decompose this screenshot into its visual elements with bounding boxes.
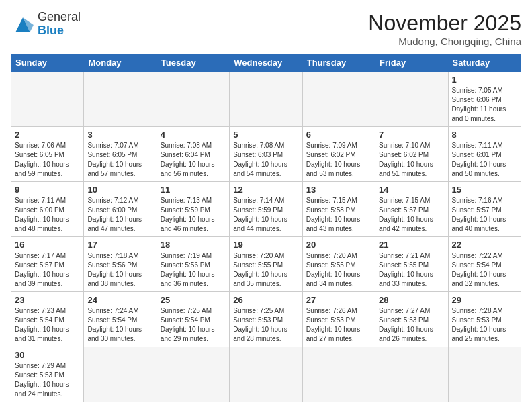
calendar-cell <box>230 347 302 402</box>
logo: General Blue <box>11 11 81 38</box>
calendar-week-row: 23Sunrise: 7:23 AMSunset: 5:54 PMDayligh… <box>11 292 521 347</box>
day-info: Sunrise: 7:15 AMSunset: 5:58 PMDaylight:… <box>306 196 371 234</box>
weekday-header: Friday <box>375 54 448 72</box>
day-number: 19 <box>233 240 298 250</box>
calendar-cell <box>448 347 521 402</box>
day-info: Sunrise: 7:16 AMSunset: 5:57 PMDaylight:… <box>452 196 517 234</box>
day-number: 23 <box>15 295 80 305</box>
calendar-cell: 5Sunrise: 7:08 AMSunset: 6:03 PMDaylight… <box>230 127 302 182</box>
day-info: Sunrise: 7:24 AMSunset: 5:54 PMDaylight:… <box>87 306 152 344</box>
calendar-cell: 10Sunrise: 7:12 AMSunset: 6:00 PMDayligh… <box>84 182 157 237</box>
calendar-cell: 16Sunrise: 7:17 AMSunset: 5:57 PMDayligh… <box>11 237 84 292</box>
day-number: 12 <box>233 185 298 195</box>
day-info: Sunrise: 7:27 AMSunset: 5:53 PMDaylight:… <box>379 306 444 344</box>
calendar-cell: 17Sunrise: 7:18 AMSunset: 5:56 PMDayligh… <box>84 237 157 292</box>
day-info: Sunrise: 7:25 AMSunset: 5:54 PMDaylight:… <box>161 306 226 344</box>
day-info: Sunrise: 7:28 AMSunset: 5:53 PMDaylight:… <box>452 306 517 344</box>
calendar-cell <box>157 72 229 127</box>
calendar-cell <box>84 347 157 402</box>
day-number: 7 <box>379 130 444 140</box>
day-info: Sunrise: 7:05 AMSunset: 6:06 PMDaylight:… <box>452 86 517 124</box>
calendar-cell: 14Sunrise: 7:15 AMSunset: 5:57 PMDayligh… <box>375 182 448 237</box>
day-info: Sunrise: 7:20 AMSunset: 5:55 PMDaylight:… <box>233 251 298 289</box>
calendar-week-row: 30Sunrise: 7:29 AMSunset: 5:53 PMDayligh… <box>11 347 521 402</box>
calendar-cell: 8Sunrise: 7:11 AMSunset: 6:01 PMDaylight… <box>448 127 521 182</box>
day-number: 20 <box>306 240 371 250</box>
day-number: 3 <box>87 130 152 140</box>
day-info: Sunrise: 7:06 AMSunset: 6:05 PMDaylight:… <box>15 141 80 179</box>
day-info: Sunrise: 7:08 AMSunset: 6:04 PMDaylight:… <box>161 141 226 179</box>
day-number: 8 <box>452 130 517 140</box>
header: General Blue November 2025 Mudong, Chong… <box>11 11 521 47</box>
calendar-cell <box>84 72 157 127</box>
day-number: 16 <box>15 240 80 250</box>
title-area: November 2025 Mudong, Chongqing, China <box>368 11 521 47</box>
calendar-cell: 9Sunrise: 7:11 AMSunset: 6:00 PMDaylight… <box>11 182 84 237</box>
day-info: Sunrise: 7:13 AMSunset: 5:59 PMDaylight:… <box>161 196 226 234</box>
day-number: 11 <box>161 185 226 195</box>
day-info: Sunrise: 7:07 AMSunset: 6:05 PMDaylight:… <box>87 141 152 179</box>
day-info: Sunrise: 7:18 AMSunset: 5:56 PMDaylight:… <box>87 251 152 289</box>
calendar-week-row: 16Sunrise: 7:17 AMSunset: 5:57 PMDayligh… <box>11 237 521 292</box>
day-info: Sunrise: 7:26 AMSunset: 5:53 PMDaylight:… <box>306 306 371 344</box>
day-number: 25 <box>161 295 226 305</box>
calendar-cell: 11Sunrise: 7:13 AMSunset: 5:59 PMDayligh… <box>157 182 229 237</box>
calendar-week-row: 2Sunrise: 7:06 AMSunset: 6:05 PMDaylight… <box>11 127 521 182</box>
calendar-cell: 1Sunrise: 7:05 AMSunset: 6:06 PMDaylight… <box>448 72 521 127</box>
day-number: 13 <box>306 185 371 195</box>
calendar-cell <box>375 72 448 127</box>
calendar-cell <box>302 347 375 402</box>
calendar-cell: 30Sunrise: 7:29 AMSunset: 5:53 PMDayligh… <box>11 347 84 402</box>
calendar-cell: 13Sunrise: 7:15 AMSunset: 5:58 PMDayligh… <box>302 182 375 237</box>
calendar-cell: 28Sunrise: 7:27 AMSunset: 5:53 PMDayligh… <box>375 292 448 347</box>
weekday-header: Monday <box>84 54 157 72</box>
day-number: 28 <box>379 295 444 305</box>
logo-general: General <box>38 11 81 24</box>
weekday-header: Thursday <box>302 54 375 72</box>
day-number: 27 <box>306 295 371 305</box>
calendar-cell: 29Sunrise: 7:28 AMSunset: 5:53 PMDayligh… <box>448 292 521 347</box>
day-number: 24 <box>87 295 152 305</box>
calendar-cell: 22Sunrise: 7:22 AMSunset: 5:54 PMDayligh… <box>448 237 521 292</box>
calendar-cell <box>302 72 375 127</box>
calendar-cell <box>375 347 448 402</box>
day-number: 15 <box>452 185 517 195</box>
day-info: Sunrise: 7:21 AMSunset: 5:55 PMDaylight:… <box>379 251 444 289</box>
day-info: Sunrise: 7:11 AMSunset: 6:00 PMDaylight:… <box>15 196 80 234</box>
calendar-cell: 27Sunrise: 7:26 AMSunset: 5:53 PMDayligh… <box>302 292 375 347</box>
calendar-cell: 4Sunrise: 7:08 AMSunset: 6:04 PMDaylight… <box>157 127 229 182</box>
calendar-cell: 12Sunrise: 7:14 AMSunset: 5:59 PMDayligh… <box>230 182 302 237</box>
day-number: 30 <box>15 350 80 360</box>
weekday-header: Sunday <box>11 54 84 72</box>
location: Mudong, Chongqing, China <box>368 36 521 47</box>
day-number: 18 <box>161 240 226 250</box>
day-number: 1 <box>452 75 517 85</box>
day-info: Sunrise: 7:19 AMSunset: 5:56 PMDaylight:… <box>161 251 226 289</box>
day-number: 26 <box>233 295 298 305</box>
day-number: 9 <box>15 185 80 195</box>
day-number: 4 <box>161 130 226 140</box>
day-info: Sunrise: 7:10 AMSunset: 6:02 PMDaylight:… <box>379 141 444 179</box>
month-title: November 2025 <box>368 11 521 36</box>
day-info: Sunrise: 7:25 AMSunset: 5:53 PMDaylight:… <box>233 306 298 344</box>
calendar-cell: 24Sunrise: 7:24 AMSunset: 5:54 PMDayligh… <box>84 292 157 347</box>
calendar-cell: 15Sunrise: 7:16 AMSunset: 5:57 PMDayligh… <box>448 182 521 237</box>
calendar: SundayMondayTuesdayWednesdayThursdayFrid… <box>11 54 521 402</box>
calendar-cell: 20Sunrise: 7:20 AMSunset: 5:55 PMDayligh… <box>302 237 375 292</box>
calendar-cell: 23Sunrise: 7:23 AMSunset: 5:54 PMDayligh… <box>11 292 84 347</box>
day-info: Sunrise: 7:09 AMSunset: 6:02 PMDaylight:… <box>306 141 371 179</box>
logo-blue: Blue <box>38 24 81 38</box>
day-info: Sunrise: 7:20 AMSunset: 5:55 PMDaylight:… <box>306 251 371 289</box>
calendar-cell: 21Sunrise: 7:21 AMSunset: 5:55 PMDayligh… <box>375 237 448 292</box>
day-info: Sunrise: 7:15 AMSunset: 5:57 PMDaylight:… <box>379 196 444 234</box>
day-info: Sunrise: 7:23 AMSunset: 5:54 PMDaylight:… <box>15 306 80 344</box>
day-number: 21 <box>379 240 444 250</box>
day-number: 6 <box>306 130 371 140</box>
weekday-header: Saturday <box>448 54 521 72</box>
calendar-cell <box>157 347 229 402</box>
day-number: 5 <box>233 130 298 140</box>
calendar-week-row: 1Sunrise: 7:05 AMSunset: 6:06 PMDaylight… <box>11 72 521 127</box>
calendar-cell: 18Sunrise: 7:19 AMSunset: 5:56 PMDayligh… <box>157 237 229 292</box>
logo-icon <box>11 14 35 34</box>
day-info: Sunrise: 7:29 AMSunset: 5:53 PMDaylight:… <box>15 361 80 399</box>
